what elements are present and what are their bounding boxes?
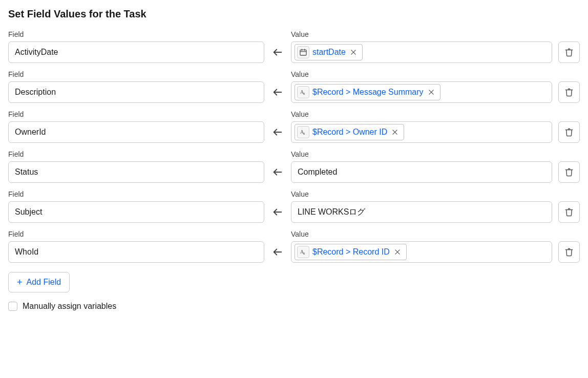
assignment-row: Field ActivityDate Value startDate [8, 30, 580, 63]
arrow-left-icon [272, 246, 283, 258]
field-label: Field [8, 150, 264, 158]
value-label: Value [291, 30, 552, 38]
assignment-row: Field WhoId Value Aa $Record > Record ID [8, 230, 580, 263]
value-pill[interactable]: Aa $Record > Record ID [295, 244, 407, 260]
svg-rect-1 [300, 50, 306, 55]
delete-row-button[interactable] [558, 81, 580, 103]
add-field-button[interactable]: + Add Field [8, 272, 70, 292]
value-pill[interactable]: Aa $Record > Owner ID [295, 124, 404, 140]
pill-remove[interactable] [349, 49, 358, 56]
value-pill[interactable]: Aa $Record > Message Summary [295, 84, 440, 100]
field-label: Field [8, 190, 264, 198]
manual-assign-row: Manually assign variables [8, 302, 580, 311]
assign-arrow [270, 41, 285, 63]
trash-icon [564, 207, 574, 217]
arrow-left-icon [272, 166, 283, 178]
value-input[interactable]: LINE WORKSログ [291, 201, 552, 223]
value-label: Value [291, 70, 552, 78]
text-icon: Aa [297, 246, 309, 258]
value-input[interactable]: Aa $Record > Message Summary [291, 81, 552, 103]
svg-text:a: a [303, 91, 305, 96]
field-label: Field [8, 230, 264, 238]
assignment-row: Field Description Value Aa $Record > Mes… [8, 70, 580, 103]
assignment-row: Field OwnerId Value Aa $Record > Owner I… [8, 110, 580, 143]
trash-icon [564, 247, 574, 257]
value-input[interactable]: Aa $Record > Record ID [291, 241, 552, 263]
arrow-left-icon [272, 47, 283, 58]
delete-row-button[interactable] [558, 41, 580, 63]
trash-icon [564, 167, 574, 177]
trash-icon [564, 128, 574, 137]
value-label: Value [291, 150, 552, 158]
value-input[interactable]: Completed [291, 161, 552, 183]
close-icon [391, 129, 398, 136]
field-input[interactable]: ActivityDate [8, 41, 264, 63]
field-input[interactable]: Subject [8, 201, 264, 223]
text-icon: Aa [297, 86, 309, 98]
pill-text: startDate [312, 48, 346, 57]
section-title: Set Field Values for the Task [8, 8, 580, 20]
pill-remove[interactable] [393, 248, 402, 256]
assign-arrow [270, 121, 285, 143]
assignment-row: Field Subject Value LINE WORKSログ [8, 190, 580, 223]
field-input[interactable]: OwnerId [8, 121, 264, 143]
pill-remove[interactable] [427, 89, 436, 96]
value-input[interactable]: startDate [291, 41, 552, 63]
field-label: Field [8, 30, 264, 38]
arrow-left-icon [272, 206, 283, 218]
value-input[interactable]: Aa $Record > Owner ID [291, 121, 552, 143]
svg-text:a: a [303, 131, 305, 136]
arrow-left-icon [272, 127, 283, 138]
field-input[interactable]: Status [8, 161, 264, 183]
trash-icon [564, 88, 574, 97]
plus-icon: + [17, 277, 23, 288]
add-field-label: Add Field [27, 278, 61, 287]
close-icon [350, 49, 357, 56]
assign-arrow [270, 161, 285, 183]
pill-text: $Record > Owner ID [312, 128, 387, 137]
manual-assign-checkbox[interactable] [8, 302, 17, 311]
field-label: Field [8, 110, 264, 118]
field-input[interactable]: Description [8, 81, 264, 103]
text-icon: Aa [297, 126, 309, 138]
pill-text: $Record > Message Summary [312, 88, 424, 97]
svg-text:a: a [303, 251, 305, 256]
pill-text: $Record > Record ID [312, 247, 390, 257]
trash-icon [564, 48, 574, 57]
arrow-left-icon [272, 87, 283, 98]
manual-assign-label: Manually assign variables [23, 302, 116, 311]
close-icon [394, 248, 401, 256]
assignment-row: Field Status Value Completed [8, 150, 580, 183]
assign-arrow [270, 81, 285, 103]
delete-row-button[interactable] [558, 161, 580, 183]
date-icon [297, 46, 309, 58]
value-pill[interactable]: startDate [295, 44, 363, 60]
value-label: Value [291, 230, 552, 238]
assign-arrow [270, 241, 285, 263]
delete-row-button[interactable] [558, 121, 580, 143]
value-label: Value [291, 110, 552, 118]
pill-remove[interactable] [390, 129, 400, 136]
delete-row-button[interactable] [558, 201, 580, 223]
value-label: Value [291, 190, 552, 198]
field-input[interactable]: WhoId [8, 241, 264, 263]
close-icon [428, 89, 435, 96]
assign-arrow [270, 201, 285, 223]
delete-row-button[interactable] [558, 241, 580, 263]
field-label: Field [8, 70, 264, 78]
